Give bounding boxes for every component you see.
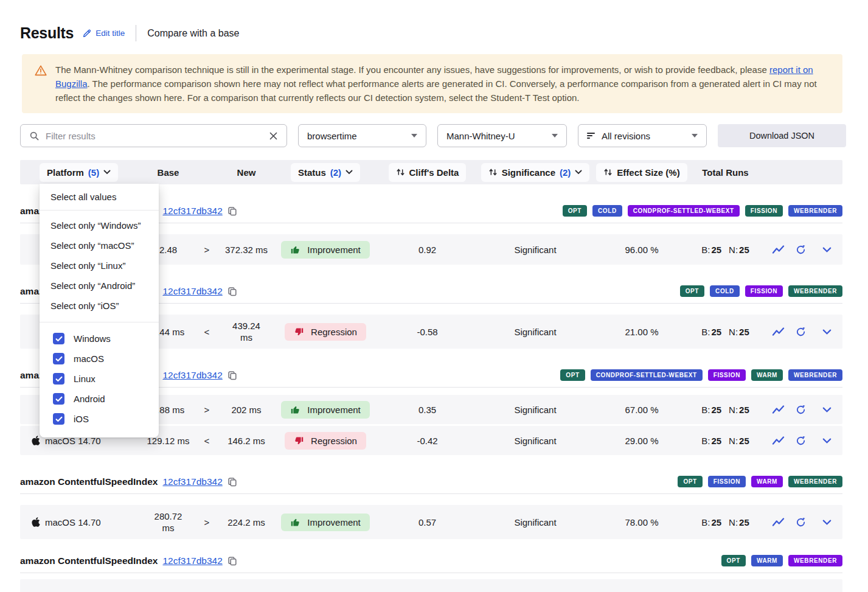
select-all-values-option[interactable]: Select all values (40, 184, 159, 210)
graph-icon[interactable] (772, 245, 785, 254)
warning-text: The Mann-Whitney comparison technique is… (55, 63, 829, 105)
effect-size-column-label: Effect Size (%) (617, 167, 679, 178)
status-label: Improvement (307, 517, 361, 528)
checkbox-checked-icon[interactable] (53, 393, 64, 405)
tag-badge: COLD (592, 205, 622, 217)
tag-badge: FISSION (708, 369, 746, 381)
thumbs-down-icon (294, 436, 304, 446)
platform-selected-count: (5) (88, 167, 99, 178)
copy-icon[interactable] (227, 287, 237, 296)
comparison-sign: > (195, 405, 219, 415)
graph-icon[interactable] (772, 517, 785, 527)
select-only-windows-option[interactable]: Select only “Windows” (40, 215, 159, 235)
comparison-sign: < (195, 436, 219, 446)
significance-filter-button[interactable]: Significance (2) (481, 163, 590, 182)
total-runs-value: B:25N:25 (690, 405, 760, 415)
platform-filter-button[interactable]: Platform (5) (40, 163, 118, 182)
expand-row-chevron-icon[interactable] (822, 329, 832, 335)
graph-icon[interactable] (772, 405, 785, 414)
status-badge: Regression (285, 323, 366, 341)
new-value: 224.2 ms (219, 517, 274, 528)
expand-row-chevron-icon[interactable] (822, 247, 832, 252)
retrigger-icon[interactable] (795, 517, 807, 528)
retrigger-icon[interactable] (795, 244, 807, 256)
macos-checkbox-option[interactable]: macOS (40, 349, 159, 369)
graph-icon[interactable] (772, 327, 785, 336)
tags: OPT COLD CONDPROF-SETTLED-WEBEXT FISSION… (563, 205, 842, 217)
tag-badge: OPT (678, 476, 702, 487)
thumbs-up-icon (290, 517, 300, 528)
windows-checkbox-option[interactable]: Windows (40, 329, 159, 349)
copy-icon[interactable] (227, 206, 237, 216)
tag-badge: OPT (563, 205, 587, 217)
revision-link[interactable]: 12cf317db342 (163, 206, 223, 217)
tag-badge: CONDPROF-SETTLED-WEBEXT (628, 205, 740, 217)
expand-row-chevron-icon[interactable] (822, 520, 832, 525)
checkbox-checked-icon[interactable] (53, 333, 64, 344)
checkbox-label: Android (74, 394, 105, 404)
android-checkbox-option[interactable]: Android (40, 389, 159, 409)
pencil-icon (82, 29, 92, 38)
total-runs-column-header: Total Runs (690, 167, 760, 178)
status-badge: Improvement (281, 514, 370, 531)
select-only-android-option[interactable]: Select only “Android” (40, 276, 159, 296)
checkbox-checked-icon[interactable] (53, 373, 64, 385)
framework-select[interactable]: browsertime (298, 124, 426, 147)
retrigger-icon[interactable] (795, 435, 807, 447)
clear-filter-icon[interactable] (269, 131, 278, 141)
effect-size-value: 67.00 % (593, 405, 690, 415)
total-runs-value: B:25N:25 (690, 436, 760, 446)
revision-link[interactable]: 12cf317db342 (163, 370, 223, 381)
expand-row-chevron-icon[interactable] (822, 407, 832, 413)
warning-text-start: The Mann-Whitney comparison technique is… (55, 64, 769, 75)
checkbox-checked-icon[interactable] (53, 353, 64, 364)
ios-checkbox-option[interactable]: iOS (40, 409, 159, 429)
tag-badge: OPT (680, 285, 704, 297)
copy-icon[interactable] (227, 556, 237, 566)
select-only-linux-option[interactable]: Select only “Linux” (40, 256, 159, 276)
select-only-macos-option[interactable]: Select only “macOS” (40, 235, 159, 256)
comparison-sign: < (195, 327, 219, 337)
comparison-method-value: Mann-Whitney-U (446, 131, 546, 141)
platform-cell: macOS 14.70 (20, 517, 142, 528)
sort-cliffs-delta-button[interactable]: Cliff's Delta (389, 163, 467, 182)
cliffs-delta-column-label: Cliff's Delta (409, 167, 459, 178)
status-badge: Improvement (281, 401, 370, 419)
revision-link[interactable]: 12cf317db342 (163, 476, 223, 487)
cliffs-delta-value: 0.57 (377, 517, 477, 528)
significance-value: Significant (477, 327, 593, 337)
status-column-label: Status (298, 167, 326, 178)
checkbox-checked-icon[interactable] (53, 413, 64, 425)
copy-icon[interactable] (227, 477, 237, 487)
total-runs-value: B:25N:25 (690, 517, 760, 528)
edit-title-button[interactable]: Edit title (82, 29, 125, 38)
copy-icon[interactable] (227, 371, 237, 380)
download-json-button[interactable]: Download JSON (718, 124, 846, 147)
expand-row-chevron-icon[interactable] (822, 438, 832, 444)
status-filter-button[interactable]: Status (2) (291, 163, 360, 182)
filter-input[interactable] (46, 131, 263, 141)
retrigger-icon[interactable] (795, 404, 807, 416)
new-value: 372.32 ms (219, 245, 274, 255)
table-row: macOS 14.70 280.72 ms > 224.2 ms Improve… (20, 505, 842, 539)
new-value: 146.2 ms (219, 436, 274, 446)
header-divider (136, 25, 136, 41)
comparison-method-select[interactable]: Mann-Whitney-U (437, 124, 567, 147)
total-runs-value: B:25N:25 (690, 327, 760, 337)
revisions-select[interactable]: All revisions (578, 124, 707, 147)
significance-value: Significant (477, 517, 593, 528)
framework-select-value: browsertime (307, 131, 406, 141)
test-title: amazon ContentfulSpeedIndex (20, 555, 158, 566)
retrigger-icon[interactable] (795, 326, 807, 338)
tag-badge: COLD (710, 285, 740, 297)
select-only-ios-option[interactable]: Select only “iOS” (40, 296, 159, 316)
page-title: Results (20, 24, 74, 42)
linux-checkbox-option[interactable]: Linux (40, 369, 159, 389)
revision-link[interactable]: 12cf317db342 (163, 555, 223, 566)
revision-link[interactable]: 12cf317db342 (163, 286, 223, 297)
edit-title-label: Edit title (95, 29, 125, 38)
sort-effect-size-button[interactable]: Effect Size (%) (596, 163, 687, 182)
warning-banner: The Mann-Whitney comparison technique is… (22, 54, 842, 113)
graph-icon[interactable] (772, 436, 785, 445)
tag-badge: WARM (751, 555, 783, 566)
